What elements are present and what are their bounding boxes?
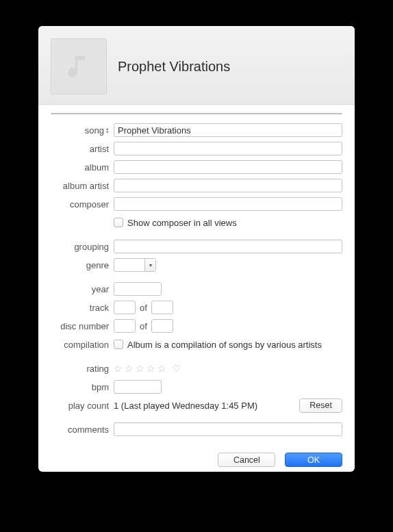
track-of-label: of [136,303,151,313]
label-rating: rating [86,364,109,374]
dialog-title: Prophet Vibrations [118,59,230,75]
label-disc: disc number [60,321,109,331]
star-icon[interactable]: ☆ [147,363,155,374]
disc-total-input[interactable] [151,319,173,333]
grouping-input[interactable] [114,240,342,253]
dialog-header: Prophet Vibrations [38,26,355,105]
star-icon[interactable]: ☆ [157,363,166,374]
heart-icon[interactable]: ♡ [173,363,181,374]
track-total-input[interactable] [151,301,173,314]
dialog-footer: Cancel OK [38,446,355,472]
genre-input[interactable] [114,259,144,271]
song-stepper-icon[interactable]: ▴▾ [106,127,109,134]
details-form: song ▴▾ artist album album artist compos… [38,114,355,446]
label-play-count: play count [68,401,109,411]
bpm-input[interactable] [114,380,162,394]
label-bpm: bpm [92,382,109,392]
label-artist: artist [90,144,109,154]
artist-input[interactable] [114,142,342,155]
show-composer-label: Show composer in all views [127,218,237,228]
cancel-button[interactable]: Cancel [218,453,275,467]
star-icon[interactable]: ☆ [114,363,123,374]
comments-input[interactable] [114,422,342,436]
label-song: song [85,125,104,136]
genre-combobox[interactable]: ▾ [114,258,156,272]
label-grouping: grouping [74,242,109,252]
album-artist-input[interactable] [114,179,342,192]
reset-button[interactable]: Reset [299,398,342,413]
label-year: year [92,284,109,294]
disc-of-label: of [136,321,151,331]
composer-input[interactable] [114,197,342,211]
label-compilation: compilation [64,340,109,350]
year-input[interactable] [114,282,162,296]
compilation-label: Album is a compilation of songs by vario… [127,340,322,350]
chevron-down-icon[interactable]: ▾ [144,259,155,271]
play-count-text: 1 (Last played Wednesday 1:45 PM) [114,401,264,411]
rating-stars[interactable]: ☆ ☆ ☆ ☆ ☆ ♡ [114,363,181,374]
track-number-input[interactable] [114,301,136,314]
ok-button[interactable]: OK [285,453,342,467]
song-input[interactable] [114,123,342,137]
show-composer-checkbox[interactable] [114,218,123,227]
compilation-checkbox[interactable] [114,340,123,349]
disc-number-input[interactable] [114,319,136,333]
star-icon[interactable]: ☆ [136,363,144,374]
label-genre: genre [86,260,109,270]
label-comments: comments [68,425,109,435]
music-note-icon [64,52,93,81]
label-composer: composer [70,199,109,210]
label-album-artist: album artist [63,181,109,191]
label-album: album [85,162,109,173]
label-track: track [90,303,109,313]
album-input[interactable] [114,160,342,174]
song-info-dialog: Prophet Vibrations Details Artwork Lyric… [38,26,355,472]
star-icon[interactable]: ☆ [125,363,134,374]
artwork-placeholder [51,38,107,94]
